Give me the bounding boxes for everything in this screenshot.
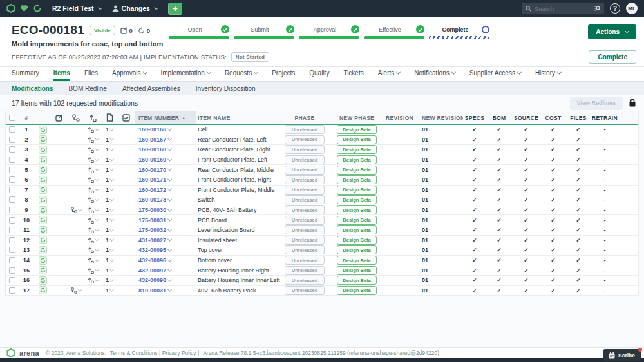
col-row-number[interactable]: #: [19, 115, 34, 121]
files-dropdown[interactable]: 1: [106, 196, 113, 203]
sourcing-redline-dropdown[interactable]: [88, 207, 99, 213]
chevron-down-icon[interactable]: [167, 197, 172, 202]
tab-projects[interactable]: Projects: [272, 67, 295, 81]
files-dropdown[interactable]: 1: [106, 277, 113, 283]
row-checkbox[interactable]: [9, 257, 15, 263]
row-checkbox[interactable]: [9, 237, 15, 243]
scribe-widget[interactable]: Scribe: [603, 349, 641, 361]
sourcing-redline-dropdown[interactable]: [88, 187, 99, 193]
create-new-button[interactable]: +: [168, 3, 182, 15]
item-number-link[interactable]: 160-00173: [138, 196, 166, 203]
col-new-phase[interactable]: NEW PHASE: [329, 115, 384, 121]
table-row[interactable]: 9 1: [6, 205, 638, 216]
sourcing-redline-dropdown[interactable]: [88, 267, 99, 274]
arena-hexagon-logo-icon[interactable]: [6, 4, 15, 13]
row-checkbox[interactable]: [9, 227, 15, 233]
files-dropdown[interactable]: 1: [106, 176, 113, 183]
item-number-link[interactable]: 175-00030: [138, 207, 166, 213]
item-number-link[interactable]: 160-00166: [138, 126, 166, 133]
item-number-link[interactable]: 175-00031: [138, 217, 166, 224]
item-number-link[interactable]: 160-00172: [138, 187, 166, 193]
col-new-revision[interactable]: NEW REVISION: [421, 115, 463, 121]
sync-count[interactable]: 0: [138, 27, 150, 34]
quality-check-column-icon[interactable]: [118, 114, 135, 122]
tab-quality[interactable]: Quality: [309, 67, 329, 81]
chevron-down-icon[interactable]: [167, 176, 172, 181]
changes-menu[interactable]: Changes: [112, 5, 158, 12]
row-checkbox[interactable]: [9, 146, 15, 153]
item-number-link[interactable]: 160-00171: [138, 176, 166, 183]
sourcing-redline-dropdown[interactable]: [88, 146, 99, 153]
files-dropdown[interactable]: 1: [106, 126, 113, 133]
col-item-name[interactable]: ITEM NAME: [196, 115, 280, 121]
table-row[interactable]: 13 1: [6, 245, 638, 256]
chevron-down-icon[interactable]: [167, 217, 172, 222]
tab-approvals[interactable]: Approvals: [112, 67, 146, 81]
files-dropdown[interactable]: 1: [106, 167, 113, 173]
tab-implementation[interactable]: Implementation: [161, 67, 211, 81]
subtab-affected-assemblies[interactable]: Affected Assemblies: [122, 85, 180, 92]
item-number-link[interactable]: 432-00098: [138, 277, 166, 283]
chevron-down-icon[interactable]: [167, 247, 172, 251]
tab-alerts[interactable]: Alerts: [378, 67, 401, 81]
row-checkbox[interactable]: [9, 126, 15, 133]
tab-tickets[interactable]: Tickets: [343, 67, 363, 81]
item-number-link[interactable]: 432-00097: [138, 267, 166, 274]
chevron-down-icon[interactable]: [167, 237, 172, 242]
files-dropdown[interactable]: 1: [106, 237, 113, 243]
advanced-search-icon[interactable]: [593, 5, 600, 12]
files-dropdown[interactable]: 1: [106, 257, 113, 263]
table-row[interactable]: 3 1: [6, 145, 638, 155]
col-retrain[interactable]: RETRAIN: [591, 115, 619, 121]
chevron-down-icon[interactable]: [167, 207, 172, 211]
sourcing-redline-dropdown[interactable]: [88, 227, 99, 233]
sourcing-redline-column-icon[interactable]: [84, 114, 101, 122]
table-row[interactable]: 1 1: [6, 125, 638, 135]
sourcing-redline-dropdown[interactable]: [88, 157, 99, 163]
col-phase[interactable]: PHASE: [280, 115, 329, 121]
bom-redline-dropdown[interactable]: [71, 287, 82, 294]
select-all-checkbox[interactable]: [9, 115, 15, 121]
sourcing-redline-dropdown[interactable]: [88, 247, 99, 253]
item-number-link[interactable]: 160-00167: [138, 137, 166, 143]
col-revision[interactable]: REVISION: [384, 115, 421, 121]
files-column-icon[interactable]: [101, 113, 118, 122]
files-dropdown[interactable]: 1: [106, 207, 113, 213]
row-checkbox[interactable]: [9, 287, 15, 294]
item-number-link[interactable]: 810-00031: [138, 287, 166, 294]
table-row[interactable]: 6 1: [6, 175, 638, 186]
bom-redline-dropdown[interactable]: [71, 207, 82, 213]
row-checkbox[interactable]: [9, 176, 15, 183]
subtab-modifications[interactable]: Modifications: [12, 85, 53, 92]
redline-count[interactable]: 0: [120, 27, 133, 34]
item-number-link[interactable]: 432-00096: [138, 257, 166, 263]
table-row[interactable]: 8 1: [6, 195, 638, 205]
item-number-link[interactable]: 160-00168: [138, 146, 166, 153]
item-number-link[interactable]: 432-00095: [138, 247, 166, 253]
row-checkbox[interactable]: [9, 137, 15, 143]
lock-icon[interactable]: [629, 99, 636, 107]
chevron-down-icon[interactable]: [167, 287, 172, 292]
chevron-down-icon[interactable]: [167, 167, 172, 171]
tab-notifications[interactable]: Notifications: [414, 67, 455, 81]
row-checkbox[interactable]: [9, 207, 15, 213]
row-checkbox[interactable]: [9, 196, 15, 203]
chevron-down-icon[interactable]: [167, 267, 172, 272]
sourcing-redline-dropdown[interactable]: [88, 257, 99, 263]
table-row[interactable]: 16 1: [6, 276, 638, 286]
files-dropdown[interactable]: 1: [106, 217, 113, 224]
row-checkbox[interactable]: [9, 157, 15, 163]
sourcing-redline-dropdown[interactable]: [88, 237, 99, 243]
table-row[interactable]: 10 1: [6, 215, 638, 225]
sourcing-redline-dropdown[interactable]: [88, 137, 99, 143]
table-row[interactable]: 17 1: [6, 286, 638, 296]
chevron-down-icon[interactable]: [167, 147, 172, 151]
col-cost[interactable]: COST: [540, 115, 566, 121]
tab-requests[interactable]: Requests: [225, 67, 258, 81]
files-dropdown[interactable]: 1: [106, 267, 113, 274]
tab-summary[interactable]: Summary: [12, 67, 39, 81]
col-source[interactable]: SOURCE: [512, 115, 540, 121]
col-item-number[interactable]: ITEM NUMBER▲: [135, 111, 196, 124]
workspace-selector[interactable]: R2 Field Test: [52, 5, 102, 12]
row-checkbox[interactable]: [9, 217, 15, 224]
